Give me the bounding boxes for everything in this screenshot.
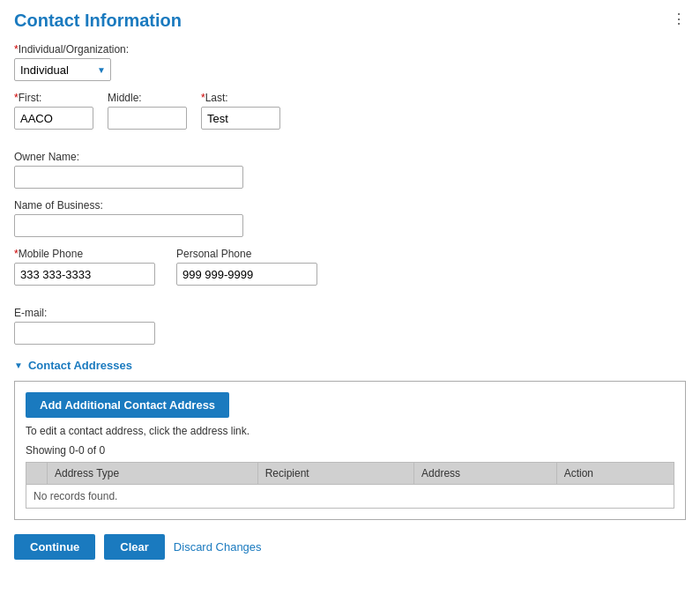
table-header-row: Address Type Recipient Address Action (26, 463, 674, 485)
mobile-phone-group: *Mobile Phone (14, 248, 155, 286)
mobile-phone-input[interactable] (14, 263, 155, 286)
continue-button[interactable]: Continue (14, 534, 95, 560)
add-contact-address-button[interactable]: Add Additional Contact Address (26, 392, 229, 418)
individual-org-select-wrapper: Individual Organization ▼ (14, 58, 111, 81)
col-address-type: Address Type (48, 463, 258, 485)
first-name-input[interactable] (14, 107, 93, 130)
first-name-group: *First: (14, 92, 93, 130)
discard-changes-link[interactable]: Discard Changes (174, 540, 262, 554)
business-name-input[interactable] (14, 214, 243, 237)
owner-name-group: Owner Name: (14, 151, 686, 189)
col-address: Address (414, 463, 557, 485)
last-name-label: *Last: (201, 92, 280, 104)
contact-addresses-toggle[interactable]: ▼ Contact Addresses (14, 359, 686, 372)
col-recipient: Recipient (257, 463, 413, 485)
name-row: *First: Middle: *Last: (14, 92, 686, 140)
business-name-group: Name of Business: (14, 199, 686, 237)
no-records-row: No records found. (26, 485, 674, 509)
mobile-phone-label: *Mobile Phone (14, 248, 155, 260)
personal-phone-label: Personal Phone (176, 248, 317, 260)
menu-icon[interactable]: ⋮ (672, 11, 686, 27)
first-name-label: *First: (14, 92, 93, 104)
footer-buttons: Continue Clear Discard Changes (14, 534, 686, 560)
email-label: E-mail: (14, 307, 686, 319)
individual-org-label: *Individual/Organization: (14, 43, 686, 56)
email-input[interactable] (14, 322, 155, 345)
chevron-icon: ▼ (14, 360, 23, 370)
personal-phone-group: Personal Phone (176, 248, 317, 286)
contact-addresses-label: Contact Addresses (28, 359, 132, 372)
last-name-input[interactable] (201, 107, 280, 130)
page-title: Contact Information (14, 11, 182, 31)
col-checkbox (26, 463, 48, 485)
owner-name-label: Owner Name: (14, 151, 686, 163)
contact-addresses-section: ▼ Contact Addresses Add Additional Conta… (14, 359, 686, 520)
clear-button[interactable]: Clear (104, 534, 165, 560)
personal-phone-input[interactable] (176, 263, 317, 286)
middle-name-group: Middle: (108, 92, 187, 130)
owner-name-input[interactable] (14, 166, 243, 189)
addresses-table: Address Type Recipient Address Action No… (26, 462, 674, 509)
last-name-group: *Last: (201, 92, 280, 130)
individual-org-select[interactable]: Individual Organization (14, 58, 111, 81)
addresses-box: Add Additional Contact Address To edit a… (14, 381, 686, 520)
addresses-showing: Showing 0-0 of 0 (26, 444, 674, 457)
middle-name-label: Middle: (108, 92, 187, 104)
phone-row: *Mobile Phone Personal Phone (14, 248, 686, 296)
business-name-label: Name of Business: (14, 199, 686, 212)
email-group: E-mail: (14, 307, 686, 345)
addresses-hint: To edit a contact address, click the add… (26, 425, 674, 437)
col-action: Action (556, 463, 674, 485)
middle-name-input[interactable] (108, 107, 187, 130)
no-records-text: No records found. (26, 485, 674, 509)
individual-org-group: *Individual/Organization: Individual Org… (14, 43, 686, 81)
